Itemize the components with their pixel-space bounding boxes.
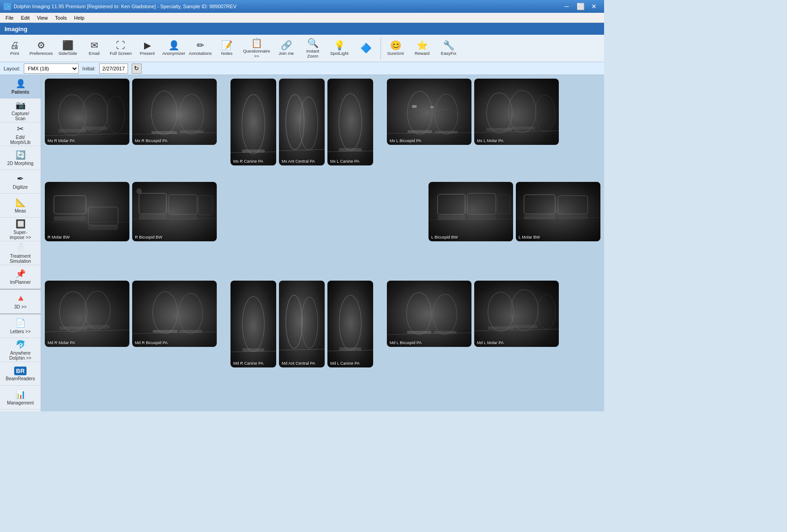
window-controls: ─ ⬜ ✕ <box>560 0 600 13</box>
xray-md-l-bicuspid-pa[interactable]: Md L Bicuspid PA <box>387 281 471 347</box>
toolbar-separator <box>380 37 381 59</box>
spotlight-button[interactable]: 💡 SpotLight <box>327 36 352 61</box>
xray-r-bicuspid-bw[interactable]: R Bicuspid BW <box>132 182 217 241</box>
reward-button[interactable]: ⭐ Reward <box>409 36 435 61</box>
email-button[interactable]: ✉ Email <box>81 36 107 61</box>
xray-md-ant-central-pa[interactable]: Md Ant Central PA <box>279 281 325 367</box>
xray-md-l-molar-pa-label: Md L Molar PA <box>477 340 504 345</box>
menu-view[interactable]: View <box>33 14 52 21</box>
sidebar-item-beamreaders[interactable]: BR BeamReaders <box>0 362 41 386</box>
mandibular-pa-row: Md R Molar PA Md R Bicuspid PA <box>45 281 600 367</box>
xray-l-bicuspid-bw[interactable]: L Bicuspid BW <box>428 182 513 241</box>
sure-smile-icon: 😊 <box>390 41 402 50</box>
svg-rect-26 <box>430 106 434 108</box>
side-by-side-label: Side/Side <box>59 51 77 56</box>
xray-mx-l-canine-pa[interactable]: Mx L Canine PA <box>327 79 373 165</box>
annotations-button[interactable]: ✏ Annotations <box>187 36 213 61</box>
svg-rect-59 <box>59 326 87 330</box>
svg-line-86 <box>474 329 559 331</box>
sidebar-item-meas[interactable]: 📐 Meas <box>0 194 41 218</box>
anonymizer-button[interactable]: 👤 Anonymizer <box>161 36 187 61</box>
svg-point-20 <box>407 91 432 134</box>
svg-rect-46 <box>438 194 465 214</box>
svg-rect-25 <box>412 105 417 108</box>
notes-button[interactable]: 📝 Notes <box>214 36 240 61</box>
sidebar-item-superimpose[interactable]: 🔲 Super-impose >> <box>0 218 41 241</box>
easyfix-label: EasyFix <box>441 51 456 56</box>
navigation-button[interactable]: 🔷 <box>353 36 379 61</box>
print-button[interactable]: 🖨 Print <box>2 36 27 61</box>
restore-button[interactable]: ⬜ <box>574 0 587 13</box>
questionnaire-button[interactable]: 📋 Questionnaire >> <box>241 36 273 61</box>
minimize-button[interactable]: ─ <box>560 0 573 13</box>
sidebar-item-implanner[interactable]: 📌 ImPlanner <box>0 265 41 289</box>
sidebar-item-treatment-card[interactable]: 💳 TreatmentCard <box>0 410 41 411</box>
3d-icon: 🔺 <box>16 293 26 303</box>
sidebar-item-letters[interactable]: 📄 Letters >> <box>0 314 41 338</box>
svg-point-11 <box>242 95 265 154</box>
sidebar-label-letters: Letters >> <box>10 329 31 334</box>
xray-r-bicuspid-bw-label: R Bicuspid BW <box>135 235 162 239</box>
xray-md-l-molar-pa[interactable]: Md L Molar PA <box>474 281 559 347</box>
sidebar-label-meas: Meas <box>15 208 26 213</box>
refresh-button[interactable]: ↻ <box>132 64 142 74</box>
xray-mx-l-bicuspid-pa[interactable]: Mx L Bicuspid PA <box>387 79 471 145</box>
full-screen-button[interactable]: ⛶ Full Screen <box>108 36 134 61</box>
sidebar-label-anywhere-dolphin: AnywhereDolphin >> <box>9 351 31 361</box>
menu-file[interactable]: File <box>2 14 17 21</box>
present-label: Present <box>140 51 155 56</box>
xray-mx-r-canine-pa[interactable]: Mx R Canine PA <box>230 79 276 165</box>
svg-rect-53 <box>558 196 588 214</box>
sidebar-item-edit-morph[interactable]: ✂ Edit/Morph/Lib <box>0 122 41 146</box>
sidebar-label-implanner: ImPlanner <box>10 280 31 285</box>
xray-mx-ant-central-pa[interactable]: Mx Ant Central PA <box>279 79 325 165</box>
xray-l-molar-bw[interactable]: L Molar BW <box>516 182 600 241</box>
sidebar-item-capture-scan[interactable]: 📷 Capture/Scan <box>0 99 41 122</box>
svg-rect-9 <box>180 130 203 133</box>
sidebar-item-2d-morphing[interactable]: 🔄 2D Morphing <box>0 146 41 170</box>
sidebar-label-superimpose: Super-impose >> <box>10 230 31 240</box>
xray-mx-r-molar-pa[interactable]: Mx R Molar PA <box>45 79 129 145</box>
full-screen-label: Full Screen <box>110 51 132 56</box>
sidebar-item-anywhere-dolphin[interactable]: 🐬 AnywhereDolphin >> <box>0 338 41 362</box>
layout-select[interactable]: FMX (18) Periapical Bitewing <box>24 64 79 74</box>
preferences-button[interactable]: ⚙ Preferences <box>28 36 54 61</box>
svg-point-71 <box>301 297 318 348</box>
svg-point-67 <box>242 297 264 351</box>
xray-md-r-bicuspid-pa[interactable]: Md R Bicuspid PA <box>132 281 217 347</box>
join-me-button[interactable]: 🔗 Join me <box>273 36 299 61</box>
spotlight-icon: 💡 <box>334 41 345 50</box>
sure-smile-button[interactable]: 😊 SureSmi <box>383 36 408 61</box>
xray-mx-r-bicuspid-pa[interactable]: Mx R Bicuspid PA <box>132 79 217 145</box>
email-icon: ✉ <box>91 41 98 50</box>
svg-point-76 <box>407 293 431 335</box>
instant-zoom-button[interactable]: 🔍 Instant Zoom <box>300 36 326 61</box>
instant-zoom-icon: 🔍 <box>307 38 319 48</box>
present-button[interactable]: ▶ Present <box>134 36 160 61</box>
module-bar: Imaging <box>0 23 604 35</box>
xray-mx-l-molar-pa[interactable]: Mx L Molar PA <box>474 79 559 145</box>
side-by-side-button[interactable]: ⬛ Side/Side <box>55 36 80 61</box>
sidebar-item-digitize[interactable]: ✒ Digitize <box>0 170 41 194</box>
sidebar-item-treatment-sim[interactable]: 🦷 TreatmentSimulation <box>0 241 41 265</box>
maxillary-pa-row: Mx R Molar PA Mx R Bicuspid PA <box>45 79 600 165</box>
xray-md-r-molar-pa[interactable]: Md R Molar PA <box>45 281 129 347</box>
easyfix-icon: 🔧 <box>443 41 455 50</box>
sure-smile-label: SureSmi <box>387 51 404 56</box>
xray-md-r-canine-pa[interactable]: Md R Canine PA <box>230 281 276 367</box>
sidebar-item-3d[interactable]: 🔺 3D >> <box>0 290 41 314</box>
easyfix-button[interactable]: 🔧 EasyFix <box>436 36 461 61</box>
xray-mx-ant-central-pa-label: Mx Ant Central PA <box>282 159 315 164</box>
close-button[interactable]: ✕ <box>588 0 600 13</box>
svg-rect-54 <box>524 215 555 219</box>
menu-help[interactable]: Help <box>70 14 88 21</box>
menu-edit[interactable]: Edit <box>17 14 33 21</box>
svg-point-82 <box>511 290 538 331</box>
sidebar-item-patients[interactable]: 👤 Patients <box>0 75 41 99</box>
menu-tools[interactable]: Tools <box>51 14 70 21</box>
sidebar-item-management[interactable]: 📊 Management <box>0 386 41 410</box>
xray-md-l-canine-pa[interactable]: Md L Canine PA <box>327 281 373 367</box>
side-by-side-icon: ⬛ <box>62 41 74 50</box>
svg-rect-22 <box>407 130 432 133</box>
xray-r-molar-bw[interactable]: R Molar BW <box>45 182 129 241</box>
